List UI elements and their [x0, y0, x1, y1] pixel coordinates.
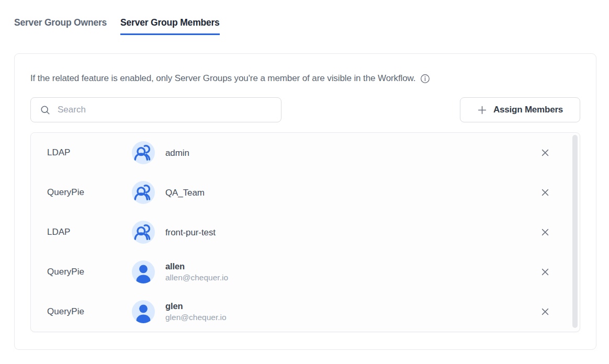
group-icon — [132, 181, 155, 204]
members-panel: If the related feature is enabled, only … — [14, 53, 596, 350]
member-avatar — [132, 260, 155, 283]
tab-server-group-members[interactable]: Server Group Members — [120, 17, 220, 35]
user-icon — [132, 260, 155, 283]
remove-member-icon[interactable] — [540, 227, 550, 237]
search-box[interactable] — [30, 97, 281, 122]
member-email: glen@chequer.io — [165, 312, 540, 323]
member-name-block: glen glen@chequer.io — [165, 301, 540, 323]
member-row: QueryPie glen glen@chequer.io — [31, 292, 580, 332]
controls-row: Assign Members — [30, 97, 580, 122]
member-name: QA_Team — [165, 187, 540, 198]
member-name-block: QA_Team — [165, 187, 540, 198]
member-row: QueryPie QA_Team — [31, 173, 580, 212]
member-row: LDAP admin — [31, 133, 580, 173]
remove-member-icon[interactable] — [540, 187, 550, 198]
remove-member-icon[interactable] — [540, 147, 550, 158]
info-row: If the related feature is enabled, only … — [30, 72, 580, 85]
group-icon — [132, 221, 155, 244]
member-name: glen — [165, 301, 540, 312]
member-source: QueryPie — [47, 306, 132, 317]
member-email: allen@chequer.io — [165, 272, 540, 283]
user-icon — [132, 300, 155, 323]
remove-member-icon[interactable] — [540, 267, 550, 277]
member-source: LDAP — [47, 227, 132, 237]
member-name: front-pur-test — [165, 227, 540, 238]
member-name: allen — [165, 261, 540, 272]
group-icon — [132, 141, 155, 164]
assign-members-label: Assign Members — [493, 105, 563, 115]
member-name-block: front-pur-test — [165, 227, 540, 238]
member-row: QueryPie allen allen@chequer.io — [31, 252, 580, 292]
member-avatar — [132, 300, 155, 323]
remove-member-icon[interactable] — [540, 306, 550, 317]
member-source: QueryPie — [47, 187, 132, 198]
tab-bar: Server Group Owners Server Group Members — [0, 0, 609, 35]
scrollbar-thumb[interactable] — [572, 135, 578, 328]
plus-icon — [477, 105, 487, 115]
info-text: If the related feature is enabled, only … — [30, 72, 415, 85]
member-avatar — [132, 141, 155, 164]
member-row: LDAP front-pur-test — [31, 212, 580, 252]
member-source: LDAP — [47, 147, 132, 158]
member-name-block: admin — [165, 147, 540, 158]
members-list-container: LDAP admin QueryPie — [30, 132, 580, 332]
search-icon — [40, 105, 51, 116]
member-source: QueryPie — [47, 267, 132, 277]
member-avatar — [132, 221, 155, 244]
member-avatar — [132, 181, 155, 204]
members-list: LDAP admin QueryPie — [31, 133, 580, 332]
assign-members-button[interactable]: Assign Members — [460, 97, 580, 122]
tab-server-group-owners[interactable]: Server Group Owners — [14, 17, 107, 35]
info-icon[interactable] — [420, 74, 430, 84]
member-name-block: allen allen@chequer.io — [165, 261, 540, 283]
search-input[interactable] — [58, 105, 274, 115]
member-name: admin — [165, 147, 540, 158]
